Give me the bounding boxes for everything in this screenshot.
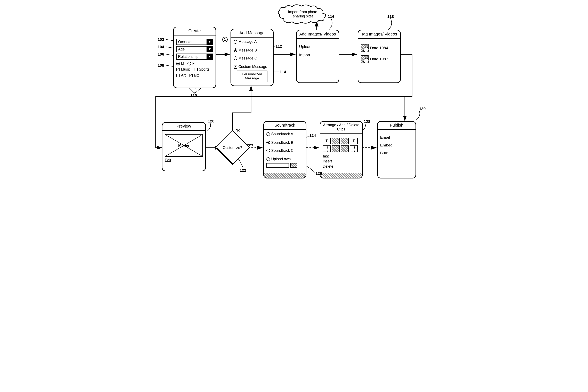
chevron-down-icon[interactable]: ▼ <box>206 54 213 59</box>
f-label: F <box>192 61 195 66</box>
art-label: Art <box>181 73 186 78</box>
no-label: No <box>236 128 241 132</box>
upload-path-field[interactable] <box>266 163 289 168</box>
ref-102: 102 <box>158 37 164 42</box>
ref-126: 126 <box>316 171 322 176</box>
edit-link[interactable]: Edit <box>165 158 203 162</box>
clip-image[interactable] <box>341 138 349 144</box>
create-panel: Create Occasion ▼ Age ▼ Relationship ▼ M… <box>173 27 216 88</box>
add-images-panel: Add Images/ Videos Upload Import <box>296 30 339 83</box>
cloud-import: Import from photo-sharing sites <box>276 4 315 26</box>
publish-email[interactable]: Email <box>380 135 413 140</box>
relationship-label: Relationship <box>177 54 206 59</box>
msg-c-label: Message C <box>238 56 257 60</box>
yes-label: Yes <box>247 143 253 147</box>
tag-item-1[interactable]: Date:1984 <box>361 44 398 52</box>
clip-image[interactable] <box>341 146 349 152</box>
radio-msg-a[interactable]: Message A <box>234 40 257 44</box>
preview-panel: Preview Movie Edit <box>162 122 206 171</box>
clip-film[interactable] <box>323 146 331 152</box>
hatch-decor <box>320 173 362 178</box>
ref-110: 110 <box>190 93 197 98</box>
ref-114: 114 <box>280 70 286 74</box>
clip-film[interactable] <box>350 146 358 152</box>
step-marker-1: 1 <box>222 37 228 42</box>
radio-m[interactable]: M <box>176 61 184 66</box>
ref-120: 120 <box>208 119 214 124</box>
publish-panel: Publish Email Embed Burn <box>377 121 416 178</box>
add-images-title: Add Images/ Videos <box>297 30 339 39</box>
clip-grid: T T <box>323 138 360 152</box>
import-option[interactable]: Import <box>299 53 336 57</box>
radio-sound-b[interactable]: Soundtrack B <box>266 140 293 145</box>
publish-burn[interactable]: Burn <box>380 151 413 155</box>
check-biz[interactable]: Biz <box>189 73 199 78</box>
radio-sound-a[interactable]: Soundtrack A <box>266 132 293 136</box>
radio-sound-upload[interactable]: Upload own <box>266 157 291 161</box>
sa-label: Soundtrack A <box>271 132 293 136</box>
movie-preview[interactable]: Movie <box>165 134 203 157</box>
delete-link[interactable]: Delete <box>323 164 360 168</box>
dropdown-occasion[interactable]: Occasion ▼ <box>176 39 213 45</box>
customize-label: Customize? <box>223 146 242 150</box>
check-art[interactable]: Art <box>176 73 186 78</box>
custom-label: Custom Message <box>238 64 267 69</box>
soundtrack-panel: Soundtrack Soundtrack A Soundtrack B Sou… <box>263 121 306 178</box>
ref-106: 106 <box>158 52 164 56</box>
sports-label: Sports <box>199 67 210 72</box>
clip-image[interactable] <box>332 138 340 144</box>
hatch-decor <box>264 173 306 178</box>
msg-a-label: Message A <box>238 40 257 44</box>
chevron-down-icon[interactable]: ▼ <box>206 39 213 44</box>
preview-title: Preview <box>162 123 205 131</box>
ref-112: 112 <box>276 44 282 48</box>
image-icon <box>361 44 369 52</box>
ref-124: 124 <box>309 133 316 138</box>
add-message-panel: Add Message Message A Message B Message … <box>230 29 274 86</box>
ref-104: 104 <box>158 45 164 49</box>
tag-images-title: Tag Images/ Videos <box>358 30 400 39</box>
clip-image[interactable] <box>332 146 340 152</box>
clip-text[interactable]: T <box>323 138 331 144</box>
check-custom[interactable]: Custom Message <box>234 64 267 69</box>
radio-msg-c[interactable]: Message C <box>234 56 257 60</box>
date-2: Date:1987 <box>370 57 388 61</box>
age-label: Age <box>177 47 206 52</box>
msg-b-label: Message B <box>238 48 257 52</box>
check-sports[interactable]: Sports <box>194 67 210 72</box>
ref-128: 128 <box>364 120 370 124</box>
tag-images-panel: Tag Images/ Videos Date:1984 Date:1987 <box>358 30 401 83</box>
occasion-label: Occasion <box>177 40 206 44</box>
dropdown-age[interactable]: Age ▼ <box>176 46 213 52</box>
music-label: Music <box>181 67 191 72</box>
tag-item-2[interactable]: Date:1987 <box>361 55 398 63</box>
ref-130: 130 <box>419 107 426 111</box>
m-label: M <box>181 61 184 66</box>
radio-msg-b[interactable]: Message B <box>234 48 257 52</box>
radio-sound-c[interactable]: Soundtrack C <box>266 148 294 153</box>
publish-title: Publish <box>378 122 416 130</box>
dropdown-relationship[interactable]: Relationship ▼ <box>176 54 213 60</box>
ref-118: 118 <box>387 14 394 19</box>
radio-f[interactable]: F <box>187 61 195 66</box>
upload-option[interactable]: Upload <box>299 44 336 49</box>
personalized-message-button[interactable]: Personalized Message <box>237 70 267 82</box>
biz-label: Biz <box>194 73 199 78</box>
add-link[interactable]: Add <box>323 154 360 158</box>
sb-label: Soundtrack B <box>271 140 293 145</box>
ref-108: 108 <box>158 63 164 68</box>
image-icon <box>361 55 369 63</box>
ref-122: 122 <box>240 168 246 173</box>
upload-browse-button[interactable] <box>290 163 297 168</box>
chevron-down-icon[interactable]: ▼ <box>206 46 213 52</box>
add-message-title: Add Message <box>231 29 273 38</box>
publish-embed[interactable]: Embed <box>380 143 413 148</box>
sc-label: Soundtrack C <box>271 148 294 153</box>
clip-text[interactable]: T <box>350 138 358 144</box>
arrange-panel: Arrange / Add / Delete Clips T T Add Ins… <box>320 121 363 178</box>
arrange-title: Arrange / Add / Delete Clips <box>320 122 362 134</box>
date-1: Date:1984 <box>370 46 388 50</box>
insert-link[interactable]: Insert <box>323 159 360 164</box>
check-music[interactable]: Music <box>176 67 191 72</box>
cloud-text: Import from photo-sharing sites <box>285 10 322 18</box>
